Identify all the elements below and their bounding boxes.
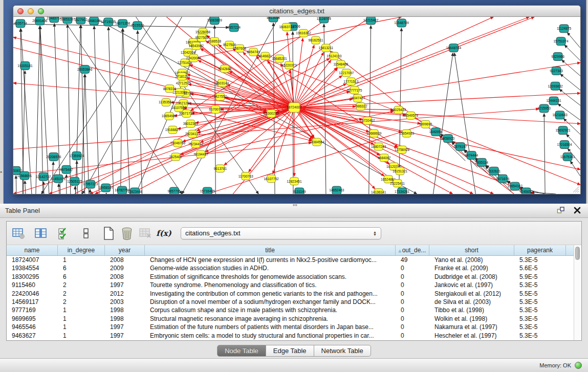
column-header-short[interactable]: short	[429, 245, 514, 255]
graph-node-teal[interactable]: 17016504	[557, 141, 572, 149]
graph-node-teal[interactable]: 11548709	[394, 19, 409, 27]
graph-node-teal[interactable]: 14652463	[329, 186, 344, 194]
graph-node-teal[interactable]: 15751074	[553, 37, 569, 46]
close-panel-icon[interactable]	[573, 206, 582, 215]
table-row[interactable]: 1830029562008Estimation of significance …	[7, 273, 574, 281]
graph-node-teal[interactable]: 16210643	[552, 111, 568, 119]
table-mode-button[interactable]	[10, 225, 27, 242]
graph-node-yellow[interactable]: 14136141	[371, 189, 386, 194]
network-window[interactable]: citations_edges.txt 40357142069140622483…	[13, 5, 581, 194]
graph-node-teal[interactable]: 6879197	[454, 143, 467, 151]
graph-node-hub[interactable]: 18724007	[287, 103, 302, 113]
column-header-year[interactable]: year	[105, 245, 145, 255]
column-header-pagerank[interactable]: pagerank	[514, 245, 566, 255]
graph-node-yellow[interactable]: 67777175	[347, 86, 362, 94]
graph-node-teal[interactable]: 8215953	[537, 104, 551, 113]
table-row[interactable]: 1456911722003Disruption of a novel membe…	[7, 298, 574, 306]
expand-panel-arrow-icon[interactable]: ▸	[1, 170, 3, 174]
table-row[interactable]: 1872400712008Changes of HCN gene express…	[7, 256, 574, 264]
graph-node-yellow[interactable]: 15685201	[272, 55, 287, 62]
graph-node-yellow[interactable]: 15220373	[281, 61, 297, 69]
graph-node-teal[interactable]: 9131149	[293, 188, 306, 194]
graph-node-teal[interactable]: 12215487	[363, 17, 379, 25]
graph-node-teal[interactable]: 9975487	[60, 165, 73, 173]
graph-node-yellow[interactable]: 7625402	[169, 153, 183, 161]
graph-node-yellow[interactable]: 16107752	[264, 175, 279, 183]
graph-node-teal[interactable]: 12505135	[67, 177, 82, 185]
split-drag-handle[interactable]	[293, 204, 297, 206]
graph-node-teal[interactable]: 7515526	[131, 21, 144, 30]
column-header-name[interactable]: name	[7, 245, 58, 255]
table-row[interactable]: 2242004622012Investigating the contribut…	[7, 290, 574, 298]
graph-node-yellow[interactable]: 11700763	[238, 172, 253, 180]
graph-node-yellow[interactable]: 15813211	[319, 44, 334, 52]
left-panel-gutter[interactable]: ▸	[0, 0, 4, 204]
graph-node-yellow[interactable]: 19166827	[165, 126, 181, 134]
tab-edge-table[interactable]: Edge Table	[266, 345, 314, 357]
tab-node-table[interactable]: Node Table	[217, 345, 266, 357]
table-row[interactable]: 1938455462009Genome-wide association stu…	[7, 264, 574, 272]
graph-node-teal[interactable]: 7632621	[487, 167, 500, 175]
graph-node-teal[interactable]: 9857791	[168, 187, 181, 194]
float-panel-icon[interactable]	[556, 206, 565, 215]
graph-node-yellow[interactable]: 10688639	[366, 129, 382, 137]
graph-node-teal[interactable]: 10853287	[60, 17, 75, 24]
table-vertical-scrollbar[interactable]	[574, 245, 581, 340]
table-row[interactable]: 946362711997Embryonic stem cells: a mode…	[7, 332, 574, 340]
graph-node-yellow[interactable]: 11353584	[159, 99, 173, 106]
graph-node-yellow[interactable]: 16047427	[350, 95, 365, 102]
graph-node-teal[interactable]: 15692921	[555, 126, 571, 135]
row-height-button[interactable]	[77, 225, 95, 242]
graph-node-yellow[interactable]: 79234175	[185, 130, 201, 138]
graph-node-teal[interactable]: 8813054	[267, 17, 280, 22]
graph-node-teal[interactable]: 19205181	[17, 61, 33, 70]
create-column-button[interactable]	[100, 225, 117, 242]
graph-node-teal[interactable]: 12093832	[548, 82, 563, 90]
graph-node-yellow[interactable]: 12823451	[287, 178, 302, 185]
tab-network-table[interactable]: Network Table	[314, 345, 371, 357]
table-source-select[interactable]: citations_edges.txt ▲▼	[181, 227, 381, 239]
table-row[interactable]: 977716911998Corpus callosum shape and si…	[7, 306, 574, 314]
network-canvas[interactable]: 4035714206914062248371410853287152790264…	[13, 17, 580, 194]
graph-node-yellow[interactable]: 11548408	[333, 60, 348, 68]
graph-node-teal[interactable]: 4035714	[14, 19, 27, 28]
delete-table-button[interactable]	[137, 225, 154, 242]
graph-node-yellow[interactable]: 12217097	[339, 69, 354, 77]
table-row[interactable]: 946554611997Estimation of the future num…	[7, 323, 574, 331]
graph-node-yellow[interactable]: 16046766	[170, 139, 186, 147]
delete-column-button[interactable]	[118, 225, 136, 242]
graph-node-teal[interactable]: 2935114	[475, 158, 488, 166]
graph-node-teal[interactable]: 10958107	[98, 184, 114, 192]
function-builder-button[interactable]: f(x)	[155, 225, 172, 242]
resize-grip-icon[interactable]	[573, 186, 579, 193]
graph-node-teal[interactable]: 17359924	[69, 151, 84, 160]
graph-node-teal[interactable]: 11128704	[317, 17, 332, 23]
table-row[interactable]: 911546021997Tourette syndrome. Phenomeno…	[7, 281, 574, 289]
graph-node-teal[interactable]: 10719135	[101, 18, 116, 26]
graph-node-teal[interactable]: 11675341	[560, 152, 575, 161]
graph-node-teal[interactable]: 16648784	[446, 44, 462, 52]
graph-node-teal[interactable]: 9474444	[465, 151, 478, 159]
graph-node-teal[interactable]: 6466160	[88, 17, 101, 25]
graph-node-yellow[interactable]: 36012361	[183, 120, 199, 127]
graph-node-teal[interactable]: 20691406	[32, 17, 48, 25]
graph-node-yellow[interactable]: 2603144	[215, 79, 229, 87]
table-row[interactable]: 969969511998Structural magnetic resonanc…	[7, 315, 574, 323]
graph-node-teal[interactable]: 1527902	[74, 17, 88, 24]
graph-node-teal[interactable]: 7857224	[227, 24, 241, 32]
graph-node-teal[interactable]: 12444151	[546, 97, 561, 105]
column-visibility-button[interactable]	[32, 225, 50, 242]
graph-node-yellow[interactable]: 10654982	[162, 112, 177, 120]
graph-node-teal[interactable]: 11124875	[557, 25, 572, 33]
scrollbar-thumb[interactable]	[575, 247, 580, 260]
column-header-title[interactable]: title	[145, 245, 396, 255]
graph-node-teal[interactable]: 16671358	[115, 19, 130, 28]
graph-node-yellow[interactable]: 9146821	[258, 52, 272, 60]
network-window-titlebar[interactable]: citations_edges.txt	[13, 6, 580, 17]
memory-ok-indicator[interactable]	[575, 362, 582, 369]
graph-node-yellow[interactable]: 96162511	[309, 36, 323, 44]
column-header-out_de[interactable]: ▵out_de...	[396, 245, 429, 255]
graph-node-teal[interactable]: 9329966	[551, 53, 564, 61]
network-graph[interactable]: 4035714206914062248371410853287152790264…	[13, 17, 580, 194]
graph-node-teal[interactable]: 9245652	[519, 188, 533, 194]
